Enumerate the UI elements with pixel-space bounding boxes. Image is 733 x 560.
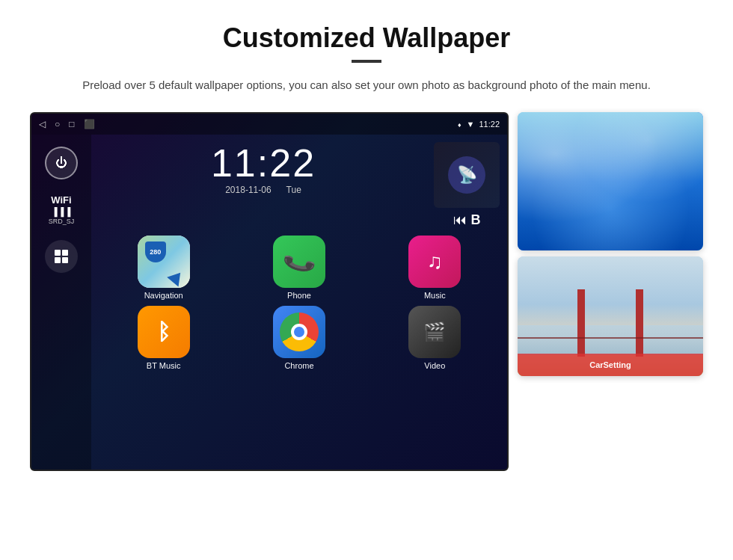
content-area: ◁ ○ □ ⬛ ⬧ ▼ 11:22 ⏻: [30, 112, 703, 471]
chrome-ring: [280, 313, 319, 351]
bridge-tower-left: [577, 289, 585, 357]
android-sidebar: ⏻ WiFi ▐▐▐ SRD_SJ: [31, 135, 91, 470]
date-display: 2018-11-06: [225, 185, 271, 195]
top-row: 11:22 2018-11-06 Tue 📡: [99, 142, 500, 228]
video-label: Video: [424, 361, 445, 370]
phone-label: Phone: [287, 291, 311, 300]
home-nav-icon[interactable]: ○: [55, 119, 60, 129]
signal-icon: 📡: [448, 156, 485, 194]
wifi-label: WiFi: [49, 194, 75, 206]
music-label: Music: [424, 291, 446, 300]
app-bt-music[interactable]: ᛒ BT Music: [99, 306, 228, 370]
phone-icon: 📞: [273, 236, 325, 288]
page-title: Customized Wallpaper: [30, 22, 703, 54]
status-bar: ◁ ○ □ ⬛ ⬧ ▼ 11:22: [31, 114, 507, 135]
day-display: Tue: [286, 185, 301, 195]
next-letter-icon: B: [471, 212, 481, 228]
video-icon: 🎬: [408, 306, 461, 358]
app-drawer-button[interactable]: [45, 240, 78, 273]
recents-nav-icon[interactable]: □: [69, 119, 74, 129]
video-symbol-icon: 🎬: [423, 321, 446, 342]
status-right: ⬧ ▼ 11:22: [457, 120, 500, 129]
title-divider: [352, 60, 381, 63]
clock-section: 11:22 2018-11-06 Tue: [99, 142, 428, 219]
android-center: 11:22 2018-11-06 Tue 📡: [91, 135, 507, 470]
bridge-tower-right: [636, 289, 643, 357]
chrome-label: Chrome: [284, 361, 313, 370]
status-time: 11:22: [479, 120, 500, 129]
chrome-icon: [273, 306, 325, 358]
media-widget-area: 📡 ⏮ B: [434, 142, 500, 228]
phone-symbol-icon: 📞: [280, 244, 318, 280]
carsetting-label: CarSetting: [589, 360, 631, 369]
page-description: Preload over 5 default wallpaper options…: [75, 76, 658, 94]
android-screen: ◁ ○ □ ⬛ ⬧ ▼ 11:22 ⏻: [30, 112, 509, 471]
ice-texture: [518, 112, 703, 250]
bt-music-label: BT Music: [147, 361, 181, 370]
wallpaper-blue-ice[interactable]: [518, 112, 703, 250]
android-main: ⏻ WiFi ▐▐▐ SRD_SJ: [31, 135, 507, 470]
music-icon: ♫: [408, 236, 461, 288]
page-container: Customized Wallpaper Preload over 5 defa…: [0, 0, 733, 486]
media-widget: 📡: [434, 142, 500, 208]
navigation-label: Navigation: [144, 291, 183, 300]
media-controls: ⏮ B: [453, 212, 481, 228]
wifi-status-icon: ▼: [467, 120, 475, 129]
navigation-icon: 280: [138, 236, 190, 288]
prev-track-icon[interactable]: ⏮: [453, 212, 467, 228]
bridge-cable-main: [518, 337, 703, 339]
status-left: ◁ ○ □ ⬛: [39, 119, 95, 129]
wifi-network: SRD_SJ: [49, 218, 75, 225]
app-navigation[interactable]: 280 Navigation: [99, 236, 228, 300]
wallpaper-previews: CarSetting: [518, 112, 703, 376]
music-symbol-icon: ♫: [427, 250, 443, 274]
grid-icon: [55, 250, 68, 263]
nav-shield: 280: [145, 241, 166, 262]
clock-time: 11:22: [99, 142, 428, 185]
bt-icon: ᛒ: [138, 306, 190, 358]
bridge-water: [518, 325, 703, 355]
clock-date: 2018-11-06 Tue: [99, 185, 428, 195]
app-phone[interactable]: 📞 Phone: [234, 236, 364, 300]
carsetting-strip: CarSetting: [518, 354, 703, 376]
bt-symbol-icon: ᛒ: [157, 319, 171, 345]
wifi-bars: ▐▐▐: [49, 207, 75, 216]
power-icon: ⏻: [55, 156, 67, 170]
app-icons-row-1: 280 Navigation 📞 Phone: [99, 236, 500, 300]
signal-waves-icon: 📡: [457, 165, 477, 185]
back-nav-icon[interactable]: ◁: [39, 119, 46, 129]
location-icon: ⬧: [457, 120, 462, 129]
wallpaper-bridge[interactable]: CarSetting: [518, 256, 703, 376]
app-chrome[interactable]: Chrome: [234, 306, 364, 370]
app-icons-row-2: ᛒ BT Music Chrome: [99, 306, 500, 370]
chrome-center: [291, 324, 307, 340]
screenshot-nav-icon[interactable]: ⬛: [84, 119, 95, 129]
power-button[interactable]: ⏻: [45, 147, 78, 179]
app-video[interactable]: 🎬 Video: [370, 306, 500, 370]
wifi-info: WiFi ▐▐▐ SRD_SJ: [49, 194, 75, 225]
app-music[interactable]: ♫ Music: [370, 236, 500, 300]
